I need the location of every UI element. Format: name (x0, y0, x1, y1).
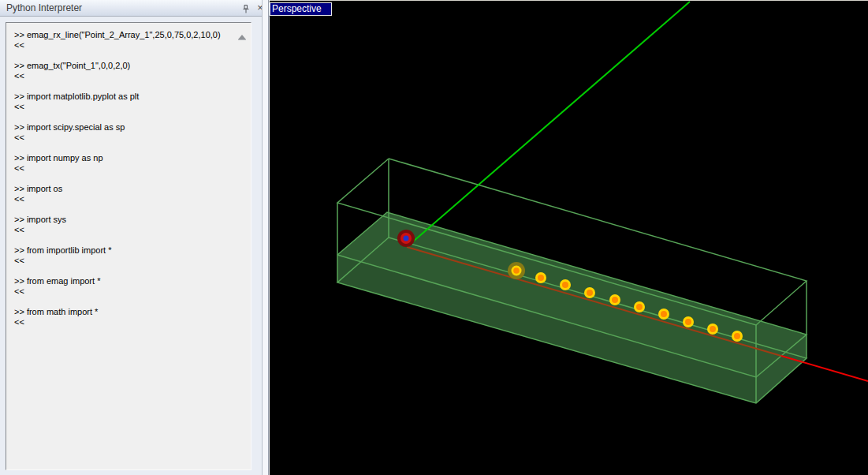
command-line: >> import matplotlib.pyplot as plt (14, 92, 240, 102)
console-entry: >> emag_rx_line("Point_2_Array_1",25,0,7… (14, 30, 240, 50)
response-line: << (14, 286, 240, 297)
console-entry: >> import os<< (14, 184, 240, 204)
rx-dot-ring (661, 311, 667, 317)
response-line: << (14, 256, 240, 266)
pin-icon[interactable] (241, 3, 252, 14)
rx-dot (683, 316, 694, 327)
command-line: >> from importlib import * (14, 245, 240, 256)
scene-svg[interactable] (270, 1, 868, 475)
rx-dot-ring (587, 290, 593, 296)
interpreter-console[interactable]: >> emag_rx_line("Point_2_Array_1",25,0,7… (6, 22, 251, 470)
tx-ray-green (407, 2, 690, 247)
panel-splitter[interactable] (262, 0, 269, 475)
tx-marker (397, 230, 415, 247)
rx-dot-ring (513, 267, 520, 274)
command-line: >> import numpy as np (14, 153, 240, 163)
panel-title: Python Interpreter (6, 2, 82, 13)
rx-dot-ring (612, 297, 618, 303)
rx-dot-ring (636, 304, 643, 310)
command-line: >> from math import * (14, 307, 240, 317)
tx-marker-ring (404, 236, 409, 241)
console-entry: >> import numpy as np<< (14, 153, 240, 174)
console-entry: >> from importlib import *<< (14, 245, 240, 266)
console-entry: >> import scipy.special as sp<< (14, 122, 240, 143)
scroll-up-icon[interactable] (238, 35, 246, 39)
rx-dot-ring (685, 319, 691, 325)
command-line: >> emag_tx("Point_1",0,0,2,0) (14, 61, 240, 71)
rx-dot (584, 287, 595, 298)
rx-dot (560, 279, 571, 290)
response-line: << (14, 317, 240, 327)
command-line: >> emag_rx_line("Point_2_Array_1",25,0,7… (14, 30, 240, 40)
3d-viewport[interactable]: Perspective (270, 0, 868, 475)
rx-dot-ring (734, 333, 740, 339)
console-entry: >> import matplotlib.pyplot as plt<< (14, 92, 240, 112)
rx-dot (508, 262, 525, 279)
rx-dot-ring (538, 275, 544, 281)
application-window: Python Interpreter × >> emag_rx_line("Po… (0, 0, 868, 475)
rx-dot (732, 331, 743, 342)
view-mode-label: Perspective (270, 2, 332, 16)
command-line: >> import os (14, 184, 240, 194)
console-entry: >> from math import *<< (14, 307, 240, 327)
rx-dot (658, 309, 669, 320)
response-line: << (14, 71, 240, 81)
console-history: >> emag_rx_line("Point_2_Array_1",25,0,7… (14, 30, 240, 327)
rx-dot (535, 272, 546, 283)
response-line: << (14, 40, 240, 50)
panel-titlebar[interactable]: Python Interpreter × (0, 0, 270, 17)
rx-dot (634, 301, 645, 312)
rx-dot (609, 294, 620, 305)
console-entry: >> import sys<< (14, 215, 240, 235)
command-line: >> import scipy.special as sp (14, 122, 240, 133)
command-line: >> import sys (14, 215, 240, 225)
response-line: << (14, 163, 240, 174)
python-interpreter-panel: Python Interpreter × >> emag_rx_line("Po… (0, 0, 270, 475)
console-entry: >> from emag import *<< (14, 276, 240, 297)
response-line: << (14, 133, 240, 143)
response-line: << (14, 194, 240, 204)
response-line: << (14, 225, 240, 235)
response-line: << (14, 102, 240, 112)
rx-dot (707, 324, 718, 335)
command-line: >> from emag import * (14, 276, 240, 286)
rx-dot-ring (562, 282, 568, 288)
console-entry: >> emag_tx("Point_1",0,0,2,0)<< (14, 61, 240, 81)
rx-dot-ring (710, 326, 716, 332)
